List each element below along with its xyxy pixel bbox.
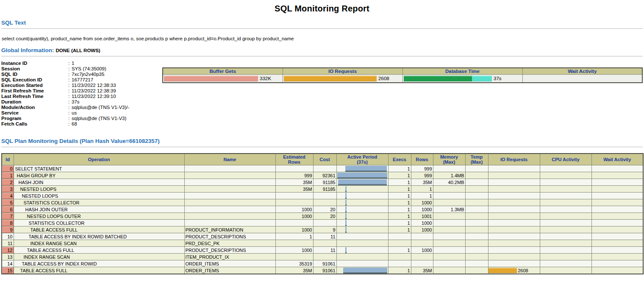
metrics-table: Buffer GetsIO RequestsDatabase TimeWait … [162, 67, 643, 83]
report-page: SQL Monitoring Report SQL Text select co… [0, 4, 644, 274]
plan-cell-cpu-activity [540, 220, 591, 226]
plan-cell-operation: TABLE ACCESS FULL [14, 226, 184, 233]
plan-cell-operation: TABLE ACCESS FULL [14, 267, 184, 274]
plan-cell-id: 9 [2, 226, 14, 233]
plan-column-header: Memory (Max) [433, 154, 465, 165]
active-period-bar [345, 220, 347, 226]
metric-header: Buffer Gets [163, 68, 283, 75]
plan-cell-name: PRODUCT_DESCRIPTIONS [184, 233, 275, 240]
field-label: Instance ID [1, 61, 68, 66]
plan-cell-active-period [336, 193, 388, 199]
plan-column-header: CPU Activity [540, 154, 591, 165]
plan-cell-name [184, 220, 275, 226]
plan-cell-cost: 91185 [313, 186, 336, 193]
global-info-row: Duration:37s [1, 99, 162, 105]
plan-cell-memory [433, 240, 465, 247]
plan-cell-wait-activity [591, 267, 643, 274]
field-separator: : [68, 121, 72, 127]
plan-cell-temp [465, 193, 488, 199]
metric-bar-cell: 37s [402, 75, 522, 83]
plan-cell-estimated-rows: 35M [275, 186, 313, 193]
plan-cell-active-period [336, 186, 388, 193]
plan-cell-cost: 20 [313, 213, 336, 220]
field-value: SYS (74:35009) [72, 66, 106, 71]
metric-bar-cell: 332K [163, 75, 283, 83]
plan-cell-rows: 1000 [411, 220, 433, 226]
plan-cell-wait-activity [591, 260, 643, 267]
field-value: 11/23/2022 12:38:39 [72, 88, 116, 93]
plan-cell-operation: NESTED LOOPS [14, 193, 184, 199]
plan-column-header: Estimated Rows [275, 154, 313, 165]
plan-cell-name [184, 186, 275, 193]
plan-cell-id: 15 [2, 267, 14, 274]
metric-value: 2608 [377, 76, 389, 81]
metric-bar-segment [284, 75, 377, 81]
plan-row: 13INDEX RANGE SCANITEM_PRODUCT_IX [2, 254, 643, 260]
plan-cell-wait-activity [591, 193, 643, 199]
metric-bar-segment [164, 75, 258, 81]
metric-header: Database Time [402, 68, 522, 75]
plan-cell-operation: INDEX RANGE SCAN [14, 254, 184, 260]
plan-cell-rows [411, 240, 433, 247]
plan-cell-execs: 1 [388, 220, 411, 226]
plan-row: 3NESTED LOOPS35M9118511 [2, 186, 643, 193]
plan-cell-active-period [336, 260, 388, 267]
metric-bar-cell: 2608 [283, 75, 402, 83]
plan-cell-memory: 40.2MB [433, 179, 465, 186]
plan-cell-memory [433, 220, 465, 226]
plan-cell-operation: NESTED LOOPS OUTER [14, 213, 184, 220]
plan-cell-estimated-rows: 1000 [275, 247, 313, 254]
global-info-row: First Refresh Time:11/23/2022 12:38:39 [1, 88, 162, 94]
active-period-bar [345, 193, 347, 199]
plan-cell-operation: TABLE ACCESS BY INDEX ROWID [14, 260, 184, 267]
plan-cell-rows: 1000 [411, 206, 433, 213]
plan-cell-name [184, 179, 275, 186]
active-period-bar [345, 166, 387, 172]
metric-bar-track: 37s [403, 75, 522, 82]
plan-cell-name: ORDER_ITEMS [184, 260, 275, 267]
metric-bar-segment [472, 75, 492, 81]
plan-cell-rows: 1000 [411, 226, 433, 233]
plan-cell-cost: 91061 [313, 267, 336, 274]
plan-cell-cost: 20 [313, 206, 336, 213]
plan-cell-rows: 1000 [411, 199, 433, 206]
field-separator: : [68, 61, 72, 66]
plan-cell-cpu-activity [540, 186, 591, 193]
plan-cell-io-requests [488, 199, 540, 206]
plan-cell-io-requests [488, 220, 540, 226]
field-value: 11/23/2022 12:39:10 [72, 94, 116, 99]
plan-cell-execs: 1 [388, 186, 411, 193]
plan-body: 0SELECT STATEMENT19991HASH GROUP BY99992… [2, 165, 643, 274]
plan-row: 2HASH JOIN35M91185135M40.2MB [2, 179, 643, 186]
plan-cell-operation: NESTED LOOPS [14, 186, 184, 193]
plan-cell-wait-activity [591, 226, 643, 233]
plan-cell-wait-activity [591, 179, 643, 186]
plan-cell-name [184, 199, 275, 206]
plan-row: 14TABLE ACCESS BY INDEX ROWIDORDER_ITEMS… [2, 260, 643, 267]
plan-cell-wait-activity [591, 206, 643, 213]
plan-cell-cost: 92361 [313, 172, 336, 179]
plan-cell-io-requests [488, 247, 540, 254]
plan-cell-io-requests [488, 165, 540, 172]
metrics-bar-row: 332K260837s [163, 75, 642, 83]
global-info-row: Module/Action:sqlplus@de (TNS V1-V3)/- [1, 105, 162, 110]
io-requests-value: 2608 [517, 268, 528, 273]
plan-cell-rows: 1001 [411, 213, 433, 220]
plan-cell-memory [433, 186, 465, 193]
plan-cell-execs: 1 [388, 213, 411, 220]
plan-cell-name: PRODUCT_DESCRIPTIONS [184, 247, 275, 254]
info-section: Instance ID:1Session:SYS (74:35009)SQL I… [1, 61, 643, 127]
page-title: SQL Monitoring Report [1, 4, 643, 14]
plan-cell-execs: 1 [388, 172, 411, 179]
field-separator: : [68, 94, 72, 99]
plan-cell-estimated-rows [275, 254, 313, 260]
plan-cell-wait-activity [591, 233, 643, 240]
plan-row: 0SELECT STATEMENT1999 [2, 165, 643, 172]
plan-cell-memory [433, 193, 465, 199]
plan-cell-id: 5 [2, 199, 14, 206]
plan-cell-name [184, 193, 275, 199]
field-label: Program [1, 116, 68, 121]
plan-cell-estimated-rows: 35M [275, 267, 313, 274]
plan-cell-id: 1 [2, 172, 14, 179]
plan-cell-temp [465, 226, 488, 233]
